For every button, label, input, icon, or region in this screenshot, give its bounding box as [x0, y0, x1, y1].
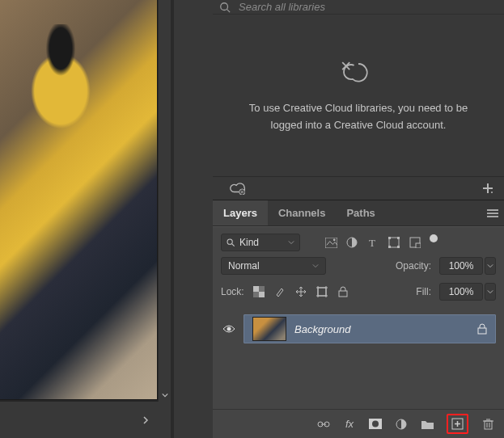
cloud-sync-icon[interactable]	[229, 182, 245, 195]
menu-icon	[487, 209, 498, 217]
link-icon	[317, 420, 330, 428]
blend-mode-value: Normal	[228, 260, 260, 272]
libraries-empty-state: To use Creative Cloud libraries, you nee…	[213, 15, 504, 176]
svg-rect-25	[416, 243, 421, 248]
layers-footer: fx	[213, 409, 504, 438]
svg-rect-29	[253, 292, 259, 297]
new-group-button[interactable]	[421, 418, 434, 431]
lock-artboard-icon[interactable]	[316, 285, 328, 298]
filter-pixel-icon[interactable]	[324, 236, 337, 249]
layer-mask-button[interactable]	[369, 418, 382, 431]
svg-rect-35	[339, 291, 347, 297]
layer-filter-kind[interactable]	[221, 234, 300, 251]
svg-rect-27	[259, 292, 265, 297]
lock-paint-icon[interactable]	[273, 285, 286, 298]
layers-list: Background	[213, 313, 504, 409]
opacity-label: Opacity:	[396, 260, 431, 272]
filter-type-icon[interactable]: T	[366, 236, 379, 249]
chevron-down-icon	[162, 392, 168, 398]
svg-rect-30	[318, 288, 326, 296]
creative-cloud-error-icon	[337, 57, 380, 86]
svg-line-14	[232, 243, 235, 246]
svg-point-16	[332, 238, 335, 241]
canvas-image	[0, 0, 158, 400]
lock-icon	[477, 323, 487, 335]
svg-rect-26	[253, 286, 259, 292]
libraries-search-row: Search all libraries	[213, 0, 504, 15]
svg-point-9	[491, 192, 493, 193]
tab-paths[interactable]: Paths	[336, 200, 385, 225]
fill-label: Fill:	[416, 286, 431, 297]
filter-smartobject-icon[interactable]	[409, 236, 421, 249]
svg-rect-22	[388, 246, 391, 248]
svg-point-39	[372, 421, 379, 427]
panel-menu-button[interactable]	[481, 200, 504, 225]
lock-position-icon[interactable]	[294, 285, 307, 298]
svg-rect-23	[397, 246, 400, 248]
panel-tabs: Layers Channels Paths	[213, 200, 504, 226]
libraries-footer	[213, 176, 504, 200]
opacity-dropdown-button[interactable]	[485, 257, 496, 275]
svg-rect-21	[397, 237, 400, 239]
layer-item-selected[interactable]: Background	[244, 314, 496, 343]
chevron-down-icon	[487, 288, 493, 295]
layer-fx-button[interactable]: fx	[343, 418, 356, 431]
lock-all-icon[interactable]	[337, 285, 349, 298]
svg-rect-20	[388, 237, 391, 239]
document-canvas[interactable]	[0, 0, 159, 402]
svg-point-0	[221, 2, 228, 10]
tab-channels[interactable]: Channels	[268, 200, 337, 225]
layer-lock-indicator[interactable]	[477, 323, 487, 335]
trash-icon	[483, 418, 493, 430]
adjustment-icon	[396, 419, 407, 430]
link-layers-button[interactable]	[317, 418, 330, 431]
layer-visibility-toggle[interactable]	[221, 324, 237, 334]
opacity-value-input[interactable]: 100%	[439, 257, 483, 275]
fill-dropdown-button[interactable]	[485, 283, 496, 301]
filter-kind-input[interactable]	[239, 237, 280, 248]
layer-filter-row: T	[213, 227, 504, 253]
adjustment-layer-button[interactable]	[395, 418, 408, 431]
search-icon	[227, 238, 235, 247]
filter-adjustment-icon[interactable]	[345, 236, 358, 249]
svg-point-13	[227, 239, 232, 244]
new-layer-icon	[451, 418, 464, 430]
svg-point-36	[227, 327, 231, 331]
folder-icon	[421, 419, 434, 429]
mask-icon	[369, 419, 382, 429]
layer-thumbnail[interactable]	[252, 317, 286, 341]
fill-value-input[interactable]: 100%	[439, 283, 483, 301]
lock-label: Lock:	[221, 286, 244, 297]
lock-row: Lock: Fill: 100%	[213, 279, 504, 305]
lock-transparency-icon[interactable]	[252, 285, 265, 298]
collapsed-panel-strip	[174, 0, 213, 438]
chevron-down-icon	[487, 263, 493, 269]
filter-shape-icon[interactable]	[388, 236, 400, 249]
layer-row[interactable]: Background	[213, 313, 504, 345]
chevron-right-icon[interactable]	[142, 416, 150, 424]
libraries-search-input[interactable]: Search all libraries	[239, 1, 325, 13]
new-layer-button-highlighted[interactable]	[447, 414, 468, 434]
canvas-bottom-bar	[0, 402, 171, 438]
tab-layers[interactable]: Layers	[213, 200, 268, 225]
chevron-down-icon	[312, 263, 319, 269]
chevron-down-icon	[288, 239, 294, 246]
layer-name[interactable]: Background	[294, 323, 350, 335]
canvas-scrollbar-vertical[interactable]	[158, 0, 171, 402]
filter-toggle-switch[interactable]	[430, 234, 438, 242]
blend-row: Normal Opacity: 100%	[213, 253, 504, 279]
svg-text:T: T	[369, 237, 375, 248]
eye-icon	[222, 324, 235, 334]
search-icon	[219, 2, 231, 13]
layers-panel-body: T Normal Opacity: 100% Lock:	[213, 226, 504, 438]
libraries-message: To use Creative Cloud libraries, you nee…	[247, 100, 470, 134]
svg-line-1	[227, 9, 231, 12]
svg-rect-44	[485, 421, 492, 429]
svg-rect-28	[259, 286, 265, 292]
add-icon[interactable]	[481, 182, 494, 195]
delete-layer-button[interactable]	[481, 418, 494, 431]
svg-rect-37	[478, 328, 486, 334]
blend-mode-select[interactable]: Normal	[221, 257, 326, 275]
